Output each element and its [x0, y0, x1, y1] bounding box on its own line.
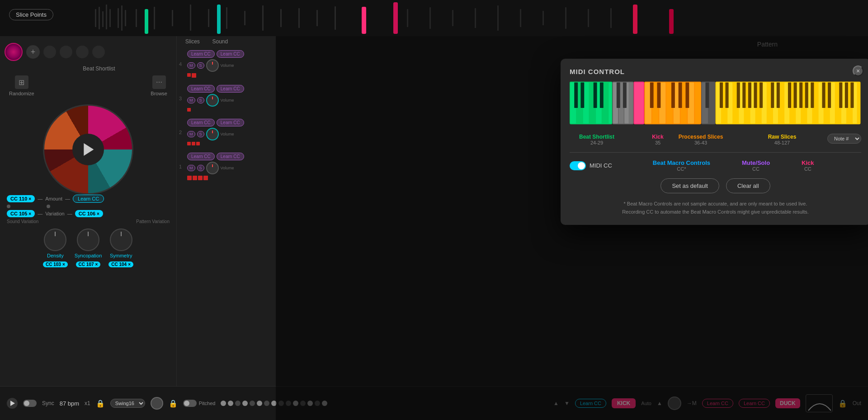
- svg-rect-104: [788, 82, 791, 108]
- learn-cc-amount-button[interactable]: Learn CC: [73, 195, 104, 203]
- cc-variation-tag[interactable]: CC 105 ×: [7, 210, 35, 217]
- knobs-row: Density CC 103 × Syncopation CC 107 × Sy…: [5, 229, 172, 267]
- learn-cc-sound-4[interactable]: Learn CC: [217, 50, 244, 58]
- pattern-variation-label: Pattern Variation: [136, 219, 170, 224]
- step-dot-7[interactable]: [264, 401, 269, 406]
- learn-cc-slices-1[interactable]: Learn CC: [187, 153, 215, 160]
- midi-toggle-area: MIDI CC: [570, 161, 612, 170]
- solo-btn-4[interactable]: S: [197, 62, 204, 69]
- slice-points-button[interactable]: Slice Points: [9, 9, 53, 20]
- modal-action-buttons: Set as default Clear all: [570, 178, 861, 193]
- processed-key-label: Processed Slices: [665, 134, 737, 140]
- circle-btn-2[interactable]: [60, 46, 72, 58]
- slice-num-3: 3: [179, 96, 184, 101]
- learn-cc-slices-2[interactable]: Learn CC: [187, 119, 215, 126]
- step-dot-6[interactable]: [257, 401, 262, 406]
- browse-icon: ⋯: [152, 75, 166, 89]
- density-label: Density: [47, 253, 64, 258]
- slice-num-2: 2: [179, 130, 184, 135]
- svg-rect-9: [154, 7, 155, 29]
- learn-cc-slices-4[interactable]: Learn CC: [187, 50, 215, 58]
- mute-btn-4[interactable]: M: [187, 62, 195, 69]
- modal-title: MIDI CONTROL: [570, 68, 625, 75]
- beat-shortlist-label: Beat Shortlist: [26, 65, 172, 72]
- learn-cc-sound-3[interactable]: Learn CC: [217, 85, 244, 93]
- pitched-toggle-area: Pitched: [183, 400, 216, 407]
- step-dot-3[interactable]: [235, 401, 241, 406]
- circular-player[interactable]: [43, 104, 133, 195]
- circle-btn-1[interactable]: [43, 46, 56, 58]
- cc-pattern-remove[interactable]: ×: [97, 211, 99, 216]
- swing-select[interactable]: Swing16: [110, 399, 145, 408]
- slice-num-1: 1: [179, 164, 184, 169]
- slices-panel: Slices Sound Processing 4 Learn CC Learn…: [176, 36, 276, 420]
- cc-symmetry-tag[interactable]: CC 104 ×: [108, 261, 133, 267]
- svg-rect-41: [600, 82, 604, 108]
- svg-rect-39: [580, 82, 584, 108]
- mute-btn-1[interactable]: M: [187, 165, 195, 171]
- red-sq-2b: [192, 142, 195, 145]
- svg-rect-109: [822, 82, 825, 108]
- volume-knob-3[interactable]: [206, 94, 219, 107]
- cc-density-tag[interactable]: CC 103 ×: [43, 261, 68, 267]
- mute-solo-section: Mute/Solo CC: [742, 159, 770, 172]
- modal-close-button[interactable]: ×: [853, 65, 863, 76]
- midi-cc-toggle[interactable]: [570, 161, 586, 170]
- learn-cc-slices-3[interactable]: Learn CC: [187, 85, 215, 93]
- cc-amount-remove[interactable]: ×: [28, 196, 31, 201]
- add-button[interactable]: +: [26, 45, 40, 59]
- swing-knob[interactable]: [151, 397, 163, 410]
- svg-rect-4: [109, 9, 111, 27]
- svg-rect-20: [407, 9, 408, 27]
- learn-cc-sound-2[interactable]: Learn CC: [217, 119, 244, 126]
- svg-rect-5: [118, 8, 119, 28]
- browse-label: Browse: [151, 91, 167, 96]
- solo-btn-1[interactable]: S: [197, 165, 204, 171]
- clear-all-button[interactable]: Clear all: [726, 178, 770, 193]
- volume-knob-4[interactable]: [206, 59, 219, 72]
- pitched-toggle[interactable]: [183, 400, 197, 407]
- red-sq-3a: [187, 108, 191, 112]
- amount-dash2: —: [65, 196, 70, 201]
- learn-cc-sound-1[interactable]: Learn CC: [217, 153, 244, 160]
- circle-btn-4[interactable]: [92, 46, 105, 58]
- vol-label-4: Volume: [221, 63, 234, 68]
- step-dot-2[interactable]: [228, 401, 233, 406]
- step-dot-5[interactable]: [250, 401, 255, 406]
- sync-label: Sync: [42, 400, 54, 406]
- svg-rect-2: [102, 11, 104, 27]
- cc-syncopation-remove[interactable]: ×: [95, 262, 98, 267]
- svg-rect-3: [106, 5, 107, 29]
- cc-amount-tag[interactable]: CC 110 ×: [7, 195, 35, 202]
- set-as-default-button[interactable]: Set as default: [660, 178, 719, 193]
- circle-btn-3[interactable]: [76, 46, 89, 58]
- cc-density-remove[interactable]: ×: [62, 262, 65, 267]
- solo-btn-3[interactable]: S: [197, 97, 204, 103]
- syncopation-label: Syncopation: [75, 253, 102, 258]
- cc-pattern-tag[interactable]: CC 106 ×: [75, 210, 103, 217]
- step-dot-4[interactable]: [242, 401, 248, 406]
- svg-rect-105: [794, 82, 797, 108]
- svg-rect-50: [634, 82, 643, 123]
- density-knob[interactable]: [44, 229, 66, 251]
- transport-play-button[interactable]: [7, 398, 18, 409]
- cc-symmetry-remove[interactable]: ×: [128, 262, 131, 267]
- syncopation-knob[interactable]: [77, 229, 99, 251]
- svg-rect-40: [594, 82, 597, 108]
- cc-variation-remove[interactable]: ×: [28, 211, 31, 216]
- browse-item[interactable]: ⋯ Browse: [151, 75, 167, 96]
- svg-rect-95: [720, 82, 723, 108]
- mute-btn-3[interactable]: M: [187, 97, 195, 103]
- multiplier-display: x1: [85, 400, 90, 406]
- symmetry-knob[interactable]: [110, 229, 132, 251]
- cc-syncopation-tag[interactable]: CC 107 ×: [76, 261, 101, 267]
- randomize-item[interactable]: ⊞ Randomize: [9, 75, 34, 96]
- transport-play-icon: [10, 401, 15, 406]
- mute-btn-2[interactable]: M: [187, 131, 195, 137]
- sync-toggle[interactable]: [23, 400, 37, 407]
- step-dot-1[interactable]: [221, 401, 226, 406]
- volume-knob-2[interactable]: [206, 128, 219, 140]
- solo-btn-2[interactable]: S: [197, 131, 204, 137]
- volume-knob-1[interactable]: [206, 162, 219, 174]
- note-dropdown[interactable]: Note #: [827, 134, 861, 144]
